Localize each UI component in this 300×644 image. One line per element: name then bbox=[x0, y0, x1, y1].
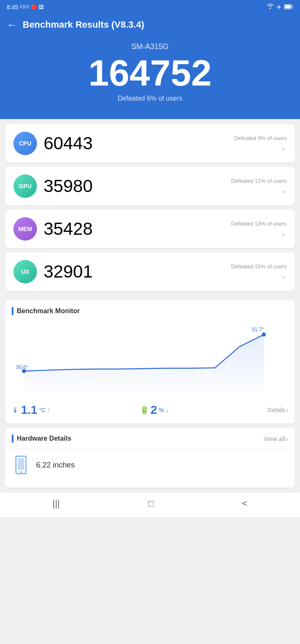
screen-size-label: 6.22 inches bbox=[36, 461, 75, 470]
airplane-icon: ✈ bbox=[277, 4, 282, 10]
temp-arrow-up-icon: ↑ bbox=[47, 407, 50, 413]
wifi-icon bbox=[266, 3, 274, 10]
details-chevron-icon: › bbox=[286, 407, 288, 413]
view-all-label: View all bbox=[264, 435, 285, 442]
battery-change-value: 2 bbox=[151, 403, 157, 417]
screen-icon bbox=[12, 456, 30, 474]
hero-section: SM-A315G 164752 Defeated 6% of users bbox=[0, 38, 300, 119]
cpu-score-right: Defeated 9% of users ⌄ bbox=[234, 135, 287, 152]
benchmark-monitor-header: Benchmark Monitor bbox=[5, 307, 295, 321]
hardware-section-accent-bar bbox=[12, 434, 13, 443]
cpu-score-card[interactable]: CPU 60443 Defeated 9% of users ⌄ bbox=[5, 124, 295, 163]
svg-rect-7 bbox=[18, 458, 24, 470]
details-link[interactable]: Details › bbox=[268, 407, 288, 413]
mem-chevron-icon: ⌄ bbox=[280, 229, 287, 238]
ux-badge: UX bbox=[13, 260, 37, 283]
cpu-chevron-icon: ⌄ bbox=[280, 143, 287, 152]
status-right: ✈ bbox=[266, 3, 293, 10]
back-button[interactable]: ← bbox=[7, 19, 17, 31]
battery-arrow-down-icon: ↓ bbox=[166, 407, 169, 413]
svg-text:30.6°: 30.6° bbox=[16, 364, 29, 370]
monitor-stats-row: 🌡 1.1 °C ↑ 🔋 2 % ↓ Details › bbox=[5, 398, 295, 417]
thermometer-icon: 🌡 bbox=[12, 406, 19, 415]
hardware-details-section: Hardware Details View all › 6.22 inches bbox=[5, 428, 295, 488]
view-all-chevron-icon: › bbox=[286, 435, 288, 442]
temp-unit: °C bbox=[39, 407, 46, 413]
temp-change-value: 1.1 bbox=[21, 403, 37, 417]
page-title: Benchmark Results (V8.3.4) bbox=[23, 19, 144, 30]
status-icons: 🔴 🖼 bbox=[31, 4, 44, 10]
score-cards-section: CPU 60443 Defeated 9% of users ⌄ GPU 359… bbox=[0, 119, 300, 296]
details-label: Details bbox=[268, 407, 286, 413]
cpu-defeated-text: Defeated 9% of users bbox=[234, 135, 287, 141]
battery-icon bbox=[284, 4, 293, 10]
status-kbps: KB/S bbox=[20, 5, 29, 9]
battery-stat: 🔋 2 % ↓ bbox=[140, 403, 268, 417]
chart-svg: 30.6° 31.7° bbox=[12, 321, 288, 397]
bottom-nav: ||| □ < bbox=[0, 492, 300, 517]
cpu-score-value: 60443 bbox=[44, 133, 227, 153]
nav-back-icon[interactable]: < bbox=[242, 498, 248, 509]
mem-badge: MEM bbox=[13, 217, 37, 241]
hardware-details-header-row: Hardware Details View all › bbox=[5, 434, 295, 449]
mem-score-value: 35428 bbox=[44, 219, 224, 239]
header: ← Benchmark Results (V8.3.4) bbox=[0, 13, 300, 38]
gpu-badge: GPU bbox=[13, 174, 37, 198]
total-score: 164752 bbox=[8, 55, 292, 91]
temperature-chart: 30.6° 31.7° bbox=[5, 321, 295, 398]
gpu-chevron-icon: ⌄ bbox=[280, 186, 287, 195]
view-all-button[interactable]: View all › bbox=[264, 435, 288, 442]
cpu-badge: CPU bbox=[13, 132, 37, 155]
status-bar: 8:45 KB/S 🔴 🖼 ✈ bbox=[0, 0, 300, 13]
device-name: SM-A315G bbox=[8, 42, 292, 51]
svg-point-8 bbox=[20, 471, 22, 473]
svg-rect-1 bbox=[285, 5, 291, 8]
svg-text:31.7°: 31.7° bbox=[252, 327, 264, 332]
nav-home-icon[interactable]: □ bbox=[148, 498, 154, 509]
ux-score-card[interactable]: UX 32901 Defeated 15% of users ⌄ bbox=[5, 252, 295, 291]
mem-score-right: Defeated 13% of users ⌄ bbox=[231, 221, 287, 238]
section-accent-bar bbox=[12, 307, 13, 315]
mem-defeated-text: Defeated 13% of users bbox=[231, 221, 287, 227]
ux-score-right: Defeated 15% of users ⌄ bbox=[231, 263, 287, 280]
gpu-score-card[interactable]: GPU 35980 Defeated 11% of users ⌄ bbox=[5, 167, 295, 205]
gpu-score-right: Defeated 11% of users ⌄ bbox=[231, 178, 287, 195]
temperature-stat: 🌡 1.1 °C ↑ bbox=[12, 403, 140, 417]
gpu-defeated-text: Defeated 11% of users bbox=[231, 178, 287, 184]
battery-stat-icon: 🔋 bbox=[140, 405, 149, 415]
hero-defeated-text: Defeated 6% of users bbox=[8, 95, 292, 102]
svg-point-3 bbox=[262, 332, 266, 337]
ux-chevron-icon: ⌄ bbox=[280, 271, 287, 280]
hardware-item-screen[interactable]: 6.22 inches bbox=[5, 449, 295, 481]
mem-score-card[interactable]: MEM 35428 Defeated 13% of users ⌄ bbox=[5, 210, 295, 248]
ux-defeated-text: Defeated 15% of users bbox=[231, 263, 287, 270]
battery-unit: % bbox=[159, 407, 164, 413]
benchmark-monitor-section: Benchmark Monitor 30.6° 31.7° bbox=[5, 300, 295, 423]
hardware-details-title: Hardware Details bbox=[17, 435, 71, 442]
status-left: 8:45 KB/S 🔴 🖼 bbox=[7, 4, 44, 10]
benchmark-monitor-title: Benchmark Monitor bbox=[17, 307, 80, 315]
nav-menu-icon[interactable]: ||| bbox=[52, 498, 60, 509]
ux-score-value: 32901 bbox=[44, 262, 224, 282]
hardware-details-title-group: Hardware Details bbox=[12, 434, 71, 443]
status-time: 8:45 bbox=[7, 4, 18, 10]
gpu-score-value: 35980 bbox=[44, 176, 224, 196]
